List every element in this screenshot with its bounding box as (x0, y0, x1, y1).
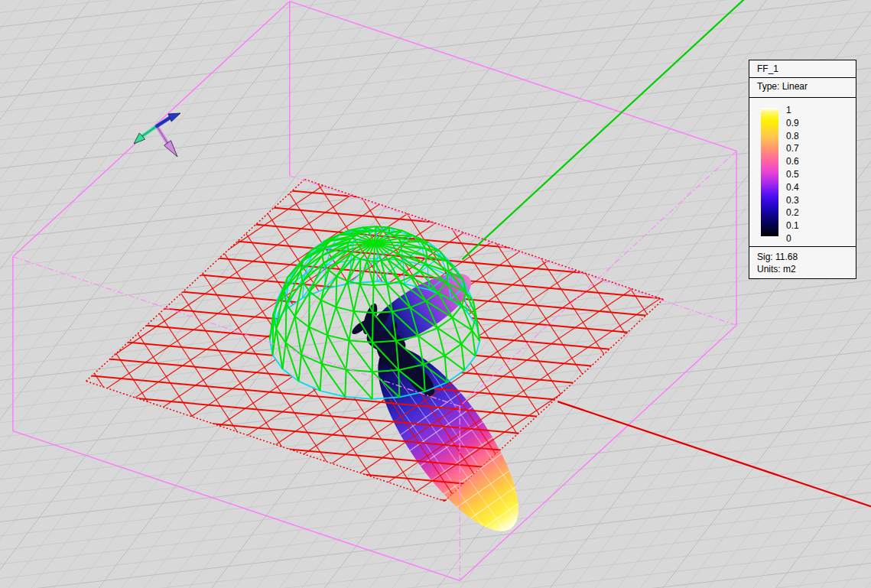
y-axis-line (462, 0, 751, 259)
colorbar-gradient (761, 108, 778, 236)
triad-plum-arrow (157, 126, 177, 157)
colorbar-ticks: 10.90.80.70.60.50.40.30.20.10 (786, 108, 832, 236)
scene-canvas[interactable] (0, 0, 871, 588)
colorbar-tick-label: 0.6 (786, 157, 799, 166)
legend-panel: FF_1 Type: Linear 10.90.80.70.60.50.40.3… (749, 60, 856, 279)
colorbar-tick-label: 0.1 (786, 221, 799, 230)
colorbar-tick-label: 0.9 (786, 119, 799, 128)
viewport-3d[interactable]: FF_1 Type: Linear 10.90.80.70.60.50.40.3… (0, 0, 871, 588)
colorbar-tick-label: 0 (786, 234, 791, 243)
colorbar-tick-label: 0.3 (786, 196, 799, 205)
legend-title: FF_1 (749, 60, 856, 78)
legend-type: Type: Linear (749, 78, 856, 98)
legend-sig: Sig: 11.68 (757, 251, 856, 263)
colorbar-tick-label: 1 (786, 106, 791, 115)
colorbar-tick-label: 0.5 (786, 170, 799, 179)
legend-colorbar-section: 10.90.80.70.60.50.40.30.20.10 (749, 98, 856, 247)
x-axis-line (557, 401, 871, 515)
colorbar-tick-label: 0.8 (786, 132, 799, 141)
colorbar-tick-label: 0.4 (786, 183, 799, 192)
triad-teal-arrow (134, 126, 157, 144)
legend-footer: Sig: 11.68 Units: m2 (749, 247, 856, 275)
colorbar-tick-label: 0.2 (786, 208, 799, 217)
legend-units: Units: m2 (757, 263, 856, 275)
colorbar-tick-label: 0.7 (786, 144, 799, 153)
